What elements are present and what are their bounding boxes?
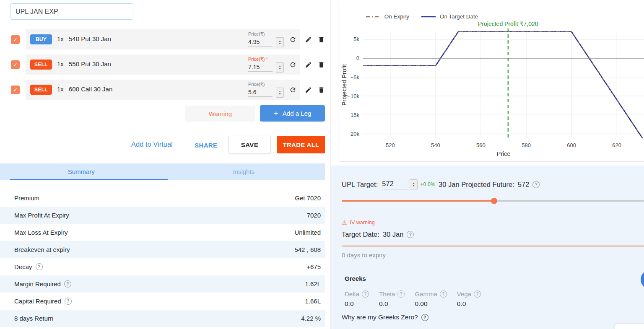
payoff-chart[interactable]: 5205405605806006205k0−5k−10k−15k−20kPric…: [338, 0, 644, 161]
leg-quantity[interactable]: 1x: [57, 35, 64, 42]
delete-leg-icon[interactable]: [318, 36, 325, 43]
help-icon[interactable]: ?: [362, 290, 369, 298]
target-stepper[interactable]: ▲▼: [410, 179, 418, 189]
help-icon[interactable]: ?: [397, 290, 405, 298]
add-to-virtual-link[interactable]: Add to Virtual: [131, 140, 173, 148]
share-link[interactable]: SHARE: [195, 142, 218, 149]
summary-row-max-loss: Max Loss At Expiry Unlimited: [0, 224, 325, 241]
active-tab-underline: [10, 179, 168, 180]
stepper-down-icon[interactable]: ▼: [279, 67, 281, 70]
greek-value: 0.0: [457, 300, 481, 308]
leg-row: BUY 1x 540 Put 30 Jan Price(₹) 4.95 ▲▼: [26, 29, 300, 49]
panel-divider: [330, 0, 331, 329]
summary-row-decay: Decay? +675: [0, 258, 325, 275]
leg-quantity[interactable]: 1x: [57, 85, 64, 93]
tab-summary[interactable]: Summary: [0, 163, 163, 180]
svg-text:0: 0: [356, 55, 359, 61]
stepper-down-icon[interactable]: ▼: [279, 93, 281, 95]
warning-button[interactable]: Warning: [185, 106, 255, 122]
leg-checkbox[interactable]: ✓: [11, 35, 20, 44]
leg-quantity[interactable]: 1x: [57, 60, 64, 67]
side-badge-sell[interactable]: SELL: [30, 60, 52, 70]
refresh-price-icon[interactable]: [289, 61, 296, 68]
svg-text:−15k: −15k: [347, 112, 359, 118]
refresh-price-icon[interactable]: [289, 86, 296, 93]
delete-leg-icon[interactable]: [318, 86, 325, 93]
strategy-builder-page: ✓ BUY 1x 540 Put 30 Jan Price(₹) 4.95 ▲▼…: [0, 0, 644, 329]
leg-row: SELL 1x 550 Put 30 Jan Price(₹) * 7.15 ▲…: [26, 54, 300, 75]
greeks-row: Delta? 0.0 Theta? 0.0 Gamma? 0.00 Vega? …: [345, 290, 481, 308]
leg-checkbox[interactable]: ✓: [11, 85, 20, 94]
svg-text:−5k: −5k: [351, 74, 360, 80]
edit-leg-icon[interactable]: [305, 86, 312, 93]
row-label: 8 days Return: [14, 315, 53, 322]
delete-leg-icon[interactable]: [318, 61, 325, 68]
row-value: Unlimited: [294, 229, 321, 236]
help-icon[interactable]: ?: [407, 231, 414, 238]
help-icon[interactable]: ?: [65, 298, 72, 305]
summary-row-capital: Capital Required? 1.66L: [0, 293, 325, 310]
why-greeks-zero-label: Why are my Greeks Zero?: [342, 313, 418, 321]
price-stepper[interactable]: ▲▼: [276, 62, 284, 73]
row-value: 4.22 %: [301, 315, 321, 322]
help-icon[interactable]: ?: [36, 263, 43, 270]
refresh-price-icon[interactable]: [289, 36, 296, 43]
edit-leg-icon[interactable]: [305, 61, 312, 68]
stepper-down-icon[interactable]: ▼: [279, 42, 281, 45]
summary-insights-tabbar: Summary Insights: [0, 163, 325, 180]
help-icon[interactable]: ?: [532, 181, 540, 188]
svg-text:Projected Profit ₹7,020: Projected Profit ₹7,020: [478, 21, 538, 27]
target-change-pct: +0.0%: [420, 181, 435, 187]
help-icon[interactable]: ?: [474, 290, 481, 298]
projected-future-label: 30 Jan Projected Future:: [439, 181, 514, 189]
row-label: Max Profit At Expiry: [14, 212, 69, 219]
greek-value: 0.00: [415, 300, 447, 308]
slider-thumb[interactable]: [491, 198, 497, 204]
svg-text:5k: 5k: [353, 36, 359, 42]
row-value: Get 7020: [295, 194, 321, 202]
tab-insights[interactable]: Insights: [163, 163, 325, 180]
summary-row-max-profit: Max Profit At Expiry 7020: [0, 207, 325, 224]
price-stepper[interactable]: ▲▼: [276, 37, 284, 47]
help-icon[interactable]: ?: [64, 280, 71, 288]
price-stepper[interactable]: ▲▼: [276, 88, 284, 98]
leg-instrument[interactable]: 550 Put 30 Jan: [69, 60, 111, 67]
price-input[interactable]: 4.95: [248, 39, 273, 47]
price-input[interactable]: 7.15: [248, 64, 273, 72]
help-icon[interactable]: ?: [440, 290, 447, 298]
target-input[interactable]: 572: [382, 180, 408, 189]
row-value: 1.66L: [305, 298, 321, 305]
price-input[interactable]: 5.6: [248, 89, 273, 97]
svg-text:580: 580: [522, 142, 531, 148]
help-icon[interactable]: ?: [421, 314, 428, 321]
save-button[interactable]: SAVE: [229, 136, 271, 153]
edit-leg-icon[interactable]: [305, 36, 312, 43]
row-value: +675: [306, 263, 321, 270]
summary-row-margin: Margin Required? 1.62L: [0, 275, 325, 293]
why-greeks-zero-link[interactable]: Why are my Greeks Zero? ?: [342, 313, 428, 321]
leg-instrument[interactable]: 540 Put 30 Jan: [69, 35, 111, 42]
target-label: UPL Target:: [342, 181, 378, 189]
leg-instrument[interactable]: 600 Call 30 Jan: [69, 85, 112, 93]
iv-warning[interactable]: ⚠ IV warning: [342, 220, 375, 225]
projected-future-value: 572: [518, 181, 530, 189]
stepper-down-icon[interactable]: ▼: [413, 184, 415, 187]
summary-row-breakeven: Breakeven at expiry 542 , 608: [0, 241, 325, 258]
target-price-slider[interactable]: [342, 200, 644, 202]
greek-gamma: Gamma? 0.00: [415, 290, 447, 308]
side-badge-sell[interactable]: SELL: [30, 85, 52, 95]
add-leg-label: Add a Leg: [283, 110, 311, 117]
add-leg-button[interactable]: + Add a Leg: [260, 105, 325, 122]
svg-text:Projected Profit: Projected Profit: [341, 64, 348, 106]
greeks-title: Greeks: [345, 275, 366, 282]
svg-text:−10k: −10k: [347, 93, 359, 99]
leg-checkbox[interactable]: ✓: [11, 60, 20, 69]
check-icon: ✓: [13, 61, 18, 68]
target-date-row: Target Date: 30 Jan ?: [342, 231, 414, 238]
strategy-name-input[interactable]: [10, 3, 133, 20]
svg-text:620: 620: [612, 142, 621, 148]
side-badge-buy[interactable]: BUY: [30, 34, 52, 44]
target-date-slider[interactable]: [342, 246, 644, 246]
check-icon: ✓: [13, 86, 18, 93]
trade-all-button[interactable]: TRADE ALL: [277, 136, 325, 153]
